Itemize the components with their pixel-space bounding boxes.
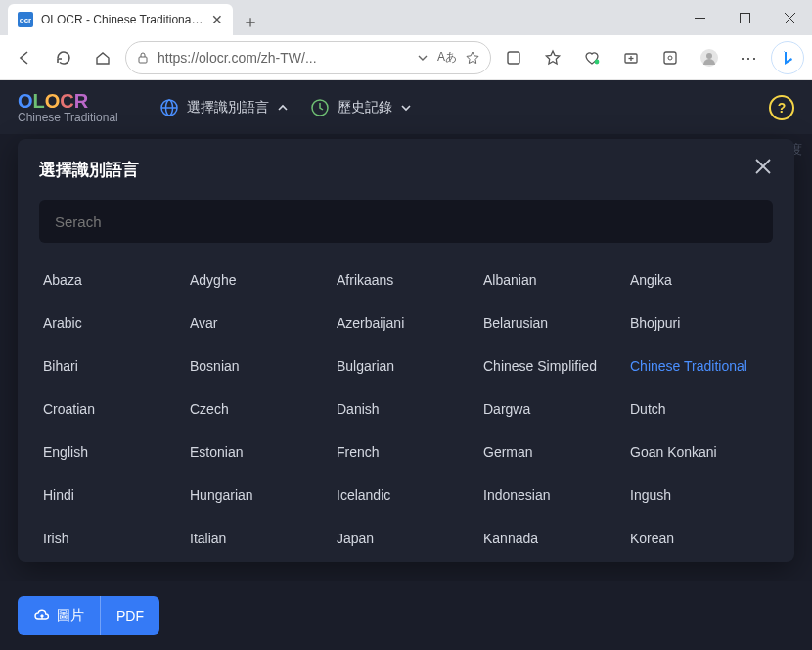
brand[interactable]: OLOCR Chinese Traditional: [18, 90, 118, 124]
language-option[interactable]: Azerbaijani: [333, 302, 479, 345]
menu-button[interactable]: ⋯: [732, 41, 765, 74]
cloud-upload-icon: [33, 609, 51, 623]
language-option[interactable]: Dargwa: [479, 388, 626, 431]
language-option[interactable]: Angika: [626, 258, 773, 302]
language-option[interactable]: Goan Konkani: [626, 431, 773, 474]
nav-history-label: 歷史記錄: [338, 99, 392, 116]
refresh-icon: [55, 49, 72, 67]
chevron-down-icon[interactable]: [416, 51, 429, 65]
upload-image-label: 圖片: [57, 607, 84, 625]
language-option[interactable]: Hungarian: [186, 474, 333, 517]
favicon: ocr: [18, 12, 33, 27]
globe-icon: [159, 98, 179, 117]
language-option[interactable]: Irish: [39, 517, 186, 560]
upload-button-group: 圖片 PDF: [18, 596, 159, 635]
language-option[interactable]: Bhojpuri: [626, 302, 773, 345]
browser-tab[interactable]: ocr OLOCR - Chinese Traditional OCR ✕: [8, 4, 233, 35]
language-option[interactable]: Danish: [333, 388, 479, 431]
window-maximize-button[interactable]: [722, 0, 767, 35]
extensions-button[interactable]: [497, 41, 530, 74]
language-option[interactable]: Avar: [186, 302, 333, 345]
lock-icon: [136, 51, 150, 65]
clock-icon: [310, 98, 330, 117]
url-text: https://olocr.com/zh-TW/...: [158, 50, 408, 66]
brand-logo: OLOCR: [18, 90, 118, 112]
language-option[interactable]: Italian: [186, 517, 333, 560]
language-option[interactable]: German: [479, 431, 626, 474]
language-option[interactable]: Estonian: [186, 431, 333, 474]
app-button[interactable]: [654, 41, 687, 74]
profile-button[interactable]: [693, 41, 726, 74]
language-option[interactable]: French: [333, 431, 479, 474]
nav-history[interactable]: 歷史記錄: [310, 98, 412, 117]
star-icon[interactable]: [465, 50, 480, 66]
language-option[interactable]: Bihari: [39, 345, 186, 388]
refresh-button[interactable]: [47, 41, 80, 74]
language-option[interactable]: Arabic: [39, 302, 186, 345]
svg-point-11: [668, 56, 672, 60]
help-button[interactable]: ?: [769, 95, 794, 120]
collections-button[interactable]: [614, 41, 648, 74]
language-option[interactable]: Chinese Simplified: [479, 345, 626, 388]
language-option[interactable]: Abaza: [39, 258, 186, 302]
home-button[interactable]: [86, 41, 119, 74]
maximize-icon: [740, 13, 750, 23]
app-header: OLOCR Chinese Traditional 選擇識別語言 歷史記錄 ?: [0, 80, 812, 134]
upload-image-button[interactable]: 圖片: [18, 596, 100, 635]
bing-icon: [779, 49, 796, 67]
language-option[interactable]: Czech: [186, 388, 333, 431]
address-bar[interactable]: https://olocr.com/zh-TW/... Aあ: [125, 41, 491, 74]
language-option[interactable]: Belarusian: [479, 302, 626, 345]
app-footer: 圖片 PDF: [0, 581, 812, 650]
language-option[interactable]: Ingush: [626, 474, 773, 517]
language-option[interactable]: Dutch: [626, 388, 773, 431]
modal-close-button[interactable]: [753, 157, 773, 182]
language-option[interactable]: Korean: [626, 517, 773, 560]
tab-close-icon[interactable]: ✕: [211, 12, 223, 27]
chevron-up-icon: [277, 102, 289, 114]
bing-button[interactable]: [771, 41, 804, 74]
language-option[interactable]: Chinese Traditional: [626, 345, 773, 388]
app-root: OLOCR Chinese Traditional 選擇識別語言 歷史記錄 ? …: [0, 80, 812, 650]
language-modal: 選擇識別語言 AbazaAdygheAfrikaansAlbanianAngik…: [18, 139, 794, 562]
tab-title: OLOCR - Chinese Traditional OCR: [41, 13, 203, 26]
language-option[interactable]: Afrikaans: [333, 258, 479, 302]
svg-rect-4: [139, 57, 147, 63]
search-input[interactable]: [55, 213, 757, 230]
language-option[interactable]: Japan: [333, 517, 479, 560]
chevron-down-icon: [400, 102, 412, 114]
window-minimize-button[interactable]: [677, 0, 722, 35]
arrow-left-icon: [16, 49, 33, 67]
language-option[interactable]: English: [39, 431, 186, 474]
language-option[interactable]: Indonesian: [479, 474, 626, 517]
svg-rect-5: [508, 52, 519, 64]
upload-pdf-label: PDF: [116, 608, 144, 624]
favorites-button[interactable]: [536, 41, 569, 74]
language-option[interactable]: Albanian: [479, 258, 626, 302]
home-icon: [94, 49, 112, 67]
svg-point-6: [595, 59, 600, 64]
new-tab-button[interactable]: ＋: [237, 8, 264, 35]
upload-pdf-button[interactable]: PDF: [100, 596, 159, 635]
language-option[interactable]: Croatian: [39, 388, 186, 431]
heart-icon: [583, 49, 601, 67]
collections-icon: [622, 49, 640, 67]
avatar-icon: [699, 48, 719, 68]
translate-icon[interactable]: Aあ: [437, 49, 457, 66]
language-option[interactable]: Bulgarian: [333, 345, 479, 388]
star-outline-icon: [544, 49, 562, 67]
language-option[interactable]: Kannada: [479, 517, 626, 560]
health-button[interactable]: [575, 41, 609, 74]
window-close-button[interactable]: [767, 0, 812, 35]
modal-title: 選擇識別語言: [39, 159, 139, 181]
language-option[interactable]: Adyghe: [186, 258, 333, 302]
nav-language-selector[interactable]: 選擇識別語言: [159, 98, 289, 117]
language-option[interactable]: Icelandic: [333, 474, 479, 517]
language-grid: AbazaAdygheAfrikaansAlbanianAngikaArabic…: [39, 258, 773, 562]
svg-rect-1: [740, 13, 749, 23]
brand-subtitle: Chinese Traditional: [18, 112, 118, 124]
language-search[interactable]: [39, 200, 773, 243]
language-option[interactable]: Hindi: [39, 474, 186, 517]
back-button[interactable]: [8, 41, 41, 74]
language-option[interactable]: Bosnian: [186, 345, 333, 388]
